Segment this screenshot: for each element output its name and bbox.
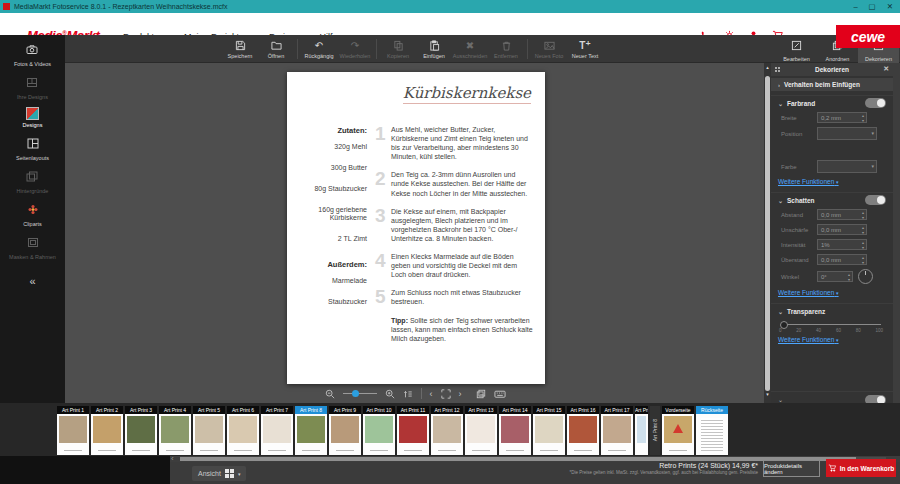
minimize-icon[interactable]: –: [853, 2, 857, 11]
sidebar-item-hintergruende[interactable]: Hintergründe: [17, 168, 49, 194]
tick-label: 80: [856, 328, 861, 333]
zoom-out-icon[interactable]: [325, 389, 335, 399]
ingredient-item: 2 TL Zimt: [295, 235, 367, 244]
partial-section-toggle[interactable]: [865, 395, 886, 404]
front-page-thumb[interactable]: Vorderseite: [662, 406, 694, 455]
recipe-step: 3Die Kekse auf einem, mit Backpapier aus…: [375, 207, 533, 243]
product-details-button[interactable]: Produktdetails ändern: [763, 460, 820, 477]
panel-scrollbar-thumb[interactable]: [765, 76, 770, 391]
zoom-slider[interactable]: [343, 393, 377, 394]
farbrand-toggle[interactable]: [865, 98, 886, 108]
next-page-icon[interactable]: ›: [459, 389, 462, 399]
filmstrip-thumb[interactable]: Art Print 5: [193, 406, 225, 455]
sidebar-collapse-button[interactable]: «: [29, 275, 35, 287]
steps-column[interactable]: 1Aus Mehl, weicher Butter, Zucker, Kürbi…: [375, 125, 533, 343]
strip-scrollbar-thumb[interactable]: [180, 457, 856, 461]
cut-button[interactable]: ✖ Ausschneiden: [452, 40, 488, 59]
sidebar-item-seitenlayouts[interactable]: Seitenlayouts: [16, 135, 49, 161]
farbrand-breite-row: Breite 0,2 mm▴▾: [771, 110, 893, 125]
breite-input[interactable]: 0,2 mm▴▾: [817, 112, 867, 123]
fit-page-icon[interactable]: [403, 389, 413, 399]
scroll-up-icon[interactable]: ▴: [764, 64, 771, 70]
open-button[interactable]: Öffnen: [258, 40, 294, 59]
panel-scrollbar[interactable]: ▴ ▾: [764, 63, 771, 403]
ueberstand-input[interactable]: 0,0 mm▴▾: [817, 254, 867, 265]
edit-icon: [791, 37, 802, 55]
sidebar-item-fotos-videos[interactable]: Fotos & Videos: [14, 41, 51, 67]
chevron-right-icon: ›: [778, 82, 780, 88]
sidebar-item-ihre-designs[interactable]: Ihre Designs: [17, 74, 48, 100]
winkel-input[interactable]: 0°▴▾: [817, 271, 853, 282]
schatten-toggle[interactable]: [865, 195, 886, 205]
save-button[interactable]: Speichern: [222, 40, 258, 59]
filmstrip-thumb[interactable]: Art Print 1: [57, 406, 89, 455]
duplicate-page-icon[interactable]: [476, 389, 486, 399]
filmstrip-thumb[interactable]: Art Print 10: [363, 406, 395, 455]
filmstrip-thumb[interactable]: Art Print 6: [227, 406, 259, 455]
angle-dial[interactable]: [858, 269, 873, 284]
recipe-card-page[interactable]: Kürbiskernkekse Zutaten: 320g Mehl300g B…: [287, 72, 545, 384]
intensitaet-input[interactable]: 1%▴▾: [817, 239, 867, 250]
position-dropdown[interactable]: ▾: [817, 127, 877, 140]
filmstrip-thumb[interactable]: Art Print 15: [533, 406, 565, 455]
filmstrip-thumb[interactable]: Art Print 11: [397, 406, 429, 455]
sidebar-item-cliparts[interactable]: Cliparts: [23, 201, 42, 227]
sidebar-item-designs[interactable]: Designs: [23, 107, 43, 128]
maximize-icon[interactable]: ▢: [869, 2, 876, 11]
keyboard-icon[interactable]: [494, 389, 506, 399]
fullscreen-icon[interactable]: [441, 389, 451, 399]
ingredients-heading: Zutaten:: [295, 126, 367, 135]
drag-handle-icon[interactable]: [775, 67, 781, 72]
filmstrip-thumb[interactable]: Art Print 8: [295, 406, 327, 455]
farbrand-more-link[interactable]: Weitere Funktionen ▾: [771, 175, 893, 188]
prev-page-icon[interactable]: ‹: [430, 389, 433, 399]
transparenz-slider-knob[interactable]: [780, 321, 788, 329]
close-icon[interactable]: ✕: [887, 2, 893, 11]
filmstrip-thumb[interactable]: Art Print 14: [499, 406, 531, 455]
new-text-button[interactable]: T⁺ Neuer Text: [567, 40, 603, 59]
view-mode-dropdown[interactable]: Ansicht ▾: [192, 466, 246, 481]
scroll-down-icon[interactable]: ▾: [764, 391, 771, 397]
delete-button[interactable]: Entfernen: [488, 40, 524, 59]
filmstrip: Art Print 1 Art Print 2 Art Print 3 Art …: [0, 403, 900, 456]
filmstrip-thumb[interactable]: Art Print 2: [91, 406, 123, 455]
filmstrip-thumb[interactable]: Art Print 7: [261, 406, 293, 455]
redo-button[interactable]: ↷ Wiederholen: [337, 40, 373, 59]
filmstrip-thumb[interactable]: Art Print 18: [635, 406, 648, 455]
thumb-label: Art Print 15: [533, 406, 565, 414]
schatten-more-link[interactable]: Weitere Funktionen ▾: [771, 286, 893, 299]
filmstrip-thumb[interactable]: Art Print 9: [329, 406, 361, 455]
recipe-title[interactable]: Kürbiskernkekse: [403, 84, 531, 104]
filmstrip-thumb[interactable]: Art Print 4: [159, 406, 191, 455]
filmstrip-thumb[interactable]: Art Print 12: [431, 406, 463, 455]
sidebar-item-masken-rahmen[interactable]: Masken & Rahmen: [9, 234, 56, 260]
farbe-dropdown[interactable]: ▾: [817, 160, 877, 173]
filmstrip-thumb[interactable]: Art Print 17: [601, 406, 633, 455]
ingredients-column[interactable]: Zutaten: 320g Mehl300g Butter80g Staubzu…: [295, 126, 367, 319]
tab-bearbeiten[interactable]: Bearbeiten: [776, 35, 817, 63]
thumb-caption: [404, 447, 422, 451]
schatten-section-header[interactable]: ⌄ Schatten: [771, 192, 893, 207]
filmstrip-thumb[interactable]: Art Print 3: [125, 406, 157, 455]
transparenz-more-link[interactable]: Weitere Funktionen ▾: [771, 333, 893, 346]
transparenz-slider[interactable]: [781, 324, 881, 325]
zoom-in-icon[interactable]: [385, 389, 395, 399]
filmstrip-thumb[interactable]: Art Print 13: [465, 406, 497, 455]
panel-close-icon[interactable]: ✕: [883, 65, 889, 73]
back-page-thumb[interactable]: Rückseite: [696, 406, 728, 455]
transparenz-section-header[interactable]: ⌄ Transparenz: [771, 303, 893, 318]
farbrand-section-header[interactable]: ⌄ Farbrand: [771, 95, 893, 110]
unschaerfe-input[interactable]: 0,0 mm▴▾: [817, 224, 867, 235]
editor-canvas[interactable]: Kürbiskernkekse Zutaten: 320g Mehl300g B…: [65, 63, 765, 403]
new-photo-button[interactable]: Neues Foto: [531, 40, 567, 59]
paste-button[interactable]: Einfügen: [416, 40, 452, 59]
copy-button[interactable]: Kopieren: [380, 40, 416, 59]
insert-behavior-row[interactable]: › Verhalten beim Einfügen: [771, 78, 893, 91]
undo-button[interactable]: ↶ Rückgängig: [301, 40, 337, 59]
add-to-cart-button[interactable]: In den Warenkorb: [826, 459, 896, 477]
designs-box-icon: [26, 74, 38, 92]
zoom-slider-knob[interactable]: [352, 390, 359, 397]
recipe-step: 5Zum Schluss noch mit etwas Staubzucker …: [375, 288, 533, 306]
filmstrip-thumb[interactable]: Art Print 16: [567, 406, 599, 455]
abstand-input[interactable]: 0,0 mm▴▾: [817, 209, 867, 220]
